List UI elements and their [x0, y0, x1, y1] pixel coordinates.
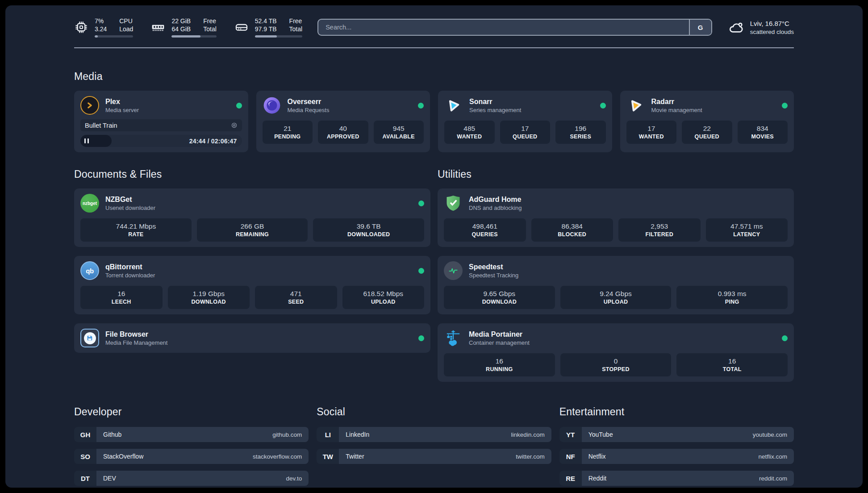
- qbittorrent-icon-text: qb: [86, 267, 93, 275]
- stat-box-wanted: 17 WANTED: [626, 121, 677, 144]
- disk-free-value: 52.4 TB: [255, 17, 277, 25]
- stat-box-stopped: 0 STOPPED: [560, 353, 672, 376]
- stat-box-upload: 9.24 Gbps UPLOAD: [560, 286, 672, 309]
- stat-value: 0: [614, 357, 618, 366]
- section-title-documents: Documents & Files: [74, 168, 430, 180]
- app-card-nzbget[interactable]: nzbget NZBGet Usenet downloader 744.21 M…: [74, 188, 430, 247]
- bookmark-linkedin[interactable]: LI LinkedIn linkedin.com: [317, 427, 551, 442]
- cpu-stat: 7% 3.24 CPU Load: [74, 17, 133, 38]
- status-dot: [782, 335, 788, 341]
- pause-icon[interactable]: [84, 138, 89, 143]
- bookmark-twitter[interactable]: TW Twitter twitter.com: [317, 449, 551, 464]
- search-engine-button[interactable]: G: [689, 20, 711, 35]
- bookmark-url: stackoverflow.com: [253, 453, 302, 460]
- memory-total-value: 64 GiB: [171, 25, 191, 33]
- app-card-adguard[interactable]: AdGuard Home DNS and adblocking 498,461 …: [438, 188, 794, 247]
- stat-box-approved: 40 APPROVED: [318, 121, 368, 144]
- stat-label: FILTERED: [645, 231, 673, 238]
- bookmark-abbr: NF: [559, 449, 582, 464]
- stat-value: 498,461: [472, 222, 497, 231]
- stat-value: 39.6 TB: [357, 222, 381, 231]
- disk-total-label: Total: [289, 25, 303, 33]
- app-card-filebrowser[interactable]: File Browser Media File Management: [74, 323, 430, 353]
- bookmark-name: Github: [103, 431, 121, 438]
- app-card-overseerr[interactable]: Overseerr Media Requests 21 PENDING 40 A…: [256, 91, 430, 152]
- disk-progress-fill: [255, 35, 277, 38]
- stat-value: 22: [703, 124, 711, 133]
- bookmark-name: DEV: [103, 475, 116, 482]
- app-card-radarr[interactable]: Radarr Movie management 17 WANTED 22 QUE…: [620, 91, 794, 152]
- stat-label: WANTED: [639, 134, 664, 140]
- stat-value: 86,384: [562, 222, 583, 231]
- bookmark-url: netflix.com: [758, 453, 787, 460]
- stat-label: LEECH: [112, 299, 131, 305]
- app-card-portainer[interactable]: Media Portainer Container management 16 …: [438, 323, 794, 382]
- app-card-speedtest[interactable]: Speedtest Speedtest Tracking 9.65 Gbps D…: [438, 256, 794, 314]
- app-name: qBittorrent: [105, 262, 412, 272]
- app-card-qbittorrent[interactable]: qb qBittorrent Torrent downloader 16 LEE…: [74, 256, 430, 314]
- app-card-sonarr[interactable]: Sonarr Series management 485 WANTED 17 Q…: [438, 91, 612, 152]
- stat-value: 21: [284, 124, 291, 133]
- stat-box-download: 9.65 Gbps DOWNLOAD: [444, 286, 555, 309]
- stat-label: REMAINING: [236, 231, 269, 238]
- stat-label: RUNNING: [486, 366, 513, 372]
- stat-box-rate: 744.21 Mbps RATE: [80, 218, 192, 242]
- stat-label: QUERIES: [472, 231, 498, 238]
- bookmark-name: Reddit: [588, 475, 606, 482]
- stat-value: 196: [575, 124, 586, 133]
- section-utilities: Utilities: [438, 168, 794, 382]
- bookmark-github[interactable]: GH Github github.com: [74, 427, 309, 442]
- memory-icon: [151, 20, 165, 34]
- stat-label: BLOCKED: [558, 231, 586, 238]
- app-name: AdGuard Home: [469, 195, 788, 204]
- bookmark-dev[interactable]: DT DEV dev.to: [74, 471, 309, 486]
- app-desc: Media Requests: [288, 106, 412, 114]
- status-dot: [418, 268, 424, 274]
- stat-box-running: 16 RUNNING: [444, 353, 555, 376]
- app-card-plex[interactable]: Plex Media server Bullet Train: [74, 91, 248, 152]
- section-title-entertainment: Entertainment: [559, 406, 794, 418]
- nzbget-icon-text: nzbget: [83, 201, 97, 206]
- bookmark-youtube[interactable]: YT YouTube youtube.com: [559, 427, 794, 442]
- bookmark-stackoverflow[interactable]: SO StackOverflow stackoverflow.com: [74, 449, 309, 464]
- stat-value: 471: [290, 289, 302, 298]
- cpu-icon: [74, 20, 88, 34]
- app-desc: Container management: [469, 339, 776, 347]
- app-name: File Browser: [105, 330, 412, 339]
- app-name: NZBGet: [105, 195, 412, 204]
- stat-box-queries: 498,461 QUERIES: [444, 218, 526, 242]
- system-stats: 7% 3.24 CPU Load: [74, 17, 302, 38]
- search-input[interactable]: [318, 20, 689, 35]
- stat-box-filtered: 2,953 FILTERED: [618, 218, 701, 242]
- bookmark-section-developer: Developer GH Github github.com SO StackO…: [74, 406, 309, 486]
- stat-box-blocked: 86,384 BLOCKED: [531, 218, 613, 242]
- stat-value: 485: [463, 124, 475, 133]
- bookmark-name: Netflix: [588, 453, 606, 460]
- section-title-developer: Developer: [74, 406, 309, 418]
- stat-box-queued: 17 QUEUED: [500, 121, 551, 144]
- stat-label: STOPPED: [602, 366, 630, 372]
- bookmark-url: dev.to: [286, 475, 302, 482]
- playback-time: 24:44 / 02:06:47: [189, 138, 242, 145]
- app-name: Plex: [105, 97, 230, 106]
- header: 7% 3.24 CPU Load: [74, 17, 794, 38]
- now-playing-title: Bullet Train: [85, 122, 227, 129]
- stat-box-total: 16 TOTAL: [676, 353, 788, 376]
- weather-location-temp: Lviv, 16.87°C: [750, 19, 794, 28]
- stat-value: 17: [647, 124, 655, 133]
- bookmark-reddit[interactable]: RE Reddit reddit.com: [559, 471, 794, 486]
- stat-label: UPLOAD: [604, 299, 628, 305]
- stat-box-series: 196 SERIES: [555, 121, 606, 144]
- cpu-progress-track: [95, 35, 133, 38]
- stat-box-downloaded: 39.6 TB DOWNLOADED: [313, 218, 424, 242]
- stat-box-pending: 21 PENDING: [263, 121, 313, 144]
- disk-free-label: Free: [289, 17, 303, 25]
- memory-total-label: Total: [203, 25, 217, 33]
- dashboard-root: 7% 3.24 CPU Load: [5, 5, 863, 488]
- bookmark-netflix[interactable]: NF Netflix netflix.com: [559, 449, 794, 464]
- stat-value: 1.19 Gbps: [192, 289, 225, 298]
- status-dot: [600, 103, 606, 109]
- app-name: Overseerr: [288, 97, 412, 106]
- app-name: Media Portainer: [469, 330, 776, 339]
- cloud-icon: [727, 19, 744, 36]
